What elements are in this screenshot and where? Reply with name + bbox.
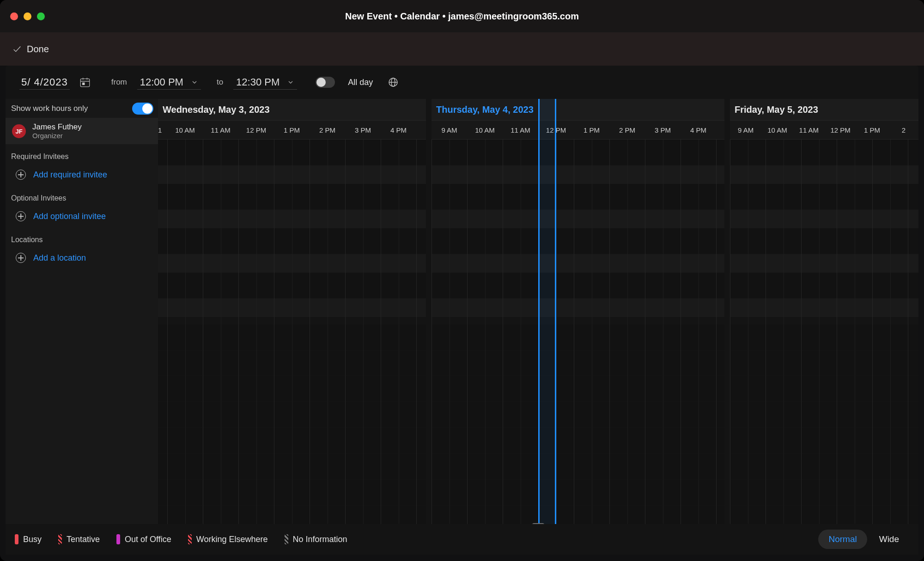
required-invitees-header: Required Invitees (6, 144, 158, 164)
minimize-window-button[interactable] (24, 12, 31, 20)
footer: BusyTentativeOut of OfficeWorking Elsewh… (6, 524, 918, 555)
to-label: to (217, 78, 223, 87)
legend-swatch (188, 534, 192, 544)
view-toggle: Normal Wide (818, 530, 909, 549)
plus-icon (16, 211, 26, 221)
fullscreen-window-button[interactable] (37, 12, 45, 20)
legend-item: Working Elsewhere (188, 534, 268, 544)
legend-item: Out of Office (116, 534, 171, 544)
from-time-combo[interactable]: 12:00 PM (137, 75, 201, 90)
view-wide-button[interactable]: Wide (869, 530, 909, 549)
legend-label: No Information (293, 535, 347, 544)
window-title: New Event • Calendar • james@meetingroom… (0, 11, 924, 22)
chevron-down-icon (287, 79, 294, 86)
close-window-button[interactable] (10, 12, 18, 20)
day-header: Friday, May 5, 2023 (730, 99, 918, 120)
view-normal-button[interactable]: Normal (818, 530, 867, 549)
date-time-bar: 5/ 4/2023 from 12:00 PM to 12:30 PM All … (6, 66, 918, 99)
add-optional-invitee-button[interactable]: Add optional invitee (6, 205, 158, 227)
hour-header-row: 110 AM11 AM12 PM1 PM2 PM3 PM4 PM (158, 120, 426, 140)
plus-icon (16, 170, 26, 180)
day-column-thu: Thursday, May 4, 20239 AM10 AM11 AM12 PM… (432, 99, 724, 524)
add-location-button[interactable]: Add a location (6, 247, 158, 269)
legend-label: Tentative (67, 535, 100, 544)
legend-label: Working Elsewhere (196, 535, 268, 544)
organizer-row[interactable]: JF James Futhey Organizer (6, 118, 158, 144)
organizer-role: Organizer (32, 132, 82, 140)
chevron-down-icon (191, 79, 198, 86)
svg-rect-4 (82, 83, 84, 85)
avatar: JF (12, 124, 26, 138)
sidebar: Show work hours only JF James Futhey Org… (6, 99, 158, 555)
locations-header: Locations (6, 227, 158, 247)
day-header: Thursday, May 4, 2023 (432, 99, 724, 120)
legend-swatch (15, 534, 18, 544)
legend-item: No Information (285, 534, 347, 544)
calendar-icon[interactable] (79, 76, 91, 88)
done-button[interactable]: Done (12, 44, 49, 55)
work-hours-label: Show work hours only (11, 104, 88, 113)
svg-rect-0 (80, 79, 90, 86)
availability-grid[interactable]: Wednesday, May 3, 2023110 AM11 AM12 PM1 … (158, 99, 918, 555)
legend-swatch (285, 534, 288, 544)
optional-invitees-header: Optional Invitees (6, 186, 158, 205)
to-time-value: 12:30 PM (236, 76, 280, 88)
traffic-lights (10, 12, 45, 20)
day-column-wed: Wednesday, May 3, 2023110 AM11 AM12 PM1 … (158, 99, 426, 524)
hour-header-row: 9 AM10 AM11 AM12 PM1 PM2 PM3 PM4 PM (432, 120, 724, 140)
work-hours-toggle[interactable] (132, 103, 153, 115)
from-label: from (111, 78, 127, 87)
hour-header-row: 9 AM10 AM11 AM12 PM1 PM2 (730, 120, 918, 140)
timezone-icon[interactable] (388, 77, 399, 88)
legend-swatch (58, 534, 62, 544)
allday-toggle[interactable] (316, 77, 335, 88)
organizer-name: James Futhey (32, 123, 82, 132)
allday-label: All day (348, 78, 373, 87)
plus-icon (16, 253, 26, 263)
legend-swatch (116, 534, 120, 544)
add-required-invitee-button[interactable]: Add required invitee (6, 164, 158, 186)
done-label: Done (27, 44, 49, 55)
add-required-label: Add required invitee (33, 170, 107, 180)
legend-item: Busy (15, 534, 42, 544)
add-location-label: Add a location (33, 253, 86, 263)
legend-label: Out of Office (125, 535, 171, 544)
window: New Event • Calendar • james@meetingroom… (0, 0, 924, 561)
work-hours-row: Show work hours only (6, 99, 158, 118)
legend-label: Busy (23, 535, 42, 544)
to-time-combo[interactable]: 12:30 PM (233, 75, 297, 90)
from-time-value: 12:00 PM (140, 76, 183, 88)
titlebar: New Event • Calendar • james@meetingroom… (0, 0, 924, 32)
check-icon (12, 44, 22, 54)
body: Show work hours only JF James Futhey Org… (6, 99, 918, 555)
day-column-fri: Friday, May 5, 20239 AM10 AM11 AM12 PM1 … (730, 99, 918, 524)
legend: BusyTentativeOut of OfficeWorking Elsewh… (15, 534, 347, 544)
legend-item: Tentative (58, 534, 100, 544)
toolbar: Done (0, 32, 924, 66)
add-optional-label: Add optional invitee (33, 212, 106, 221)
day-header: Wednesday, May 3, 2023 (158, 99, 426, 120)
content: 5/ 4/2023 from 12:00 PM to 12:30 PM All … (6, 66, 918, 555)
date-input[interactable]: 5/ 4/2023 (19, 75, 70, 90)
